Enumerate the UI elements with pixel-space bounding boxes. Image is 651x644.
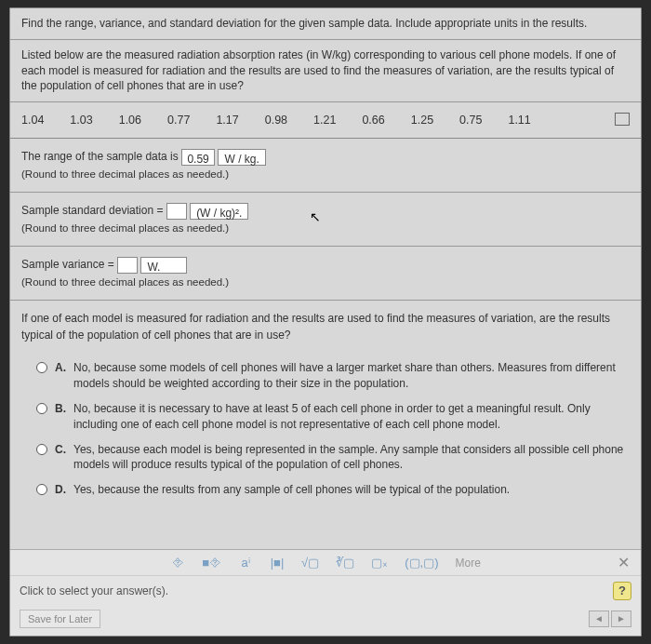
option-b[interactable]: B. No, because it is necessary to have a… xyxy=(36,401,630,433)
data-value: 1.25 xyxy=(411,114,433,127)
data-value: 0.75 xyxy=(459,114,482,127)
toolbar-more[interactable]: More xyxy=(455,557,480,570)
data-value: 1.04 xyxy=(21,114,44,127)
toolbar-close-icon[interactable]: ✕ xyxy=(618,554,630,571)
tool-mixed[interactable]: ■⯑ xyxy=(202,556,221,570)
range-prefix: The range of the sample data is xyxy=(21,150,179,163)
tool-abs[interactable]: |■| xyxy=(270,556,285,570)
range-section: The range of the sample data is 0.59 W /… xyxy=(10,139,641,193)
variance-hint: (Round to three decimal places as needed… xyxy=(21,276,229,288)
tool-nroot[interactable]: ∛▢ xyxy=(336,556,354,570)
math-toolbar: ⯑ ■⯑ aⁱ |■| √▢ ∛▢ ▢ₓ (▢,▢) More ✕ xyxy=(10,550,641,576)
option-label: C. xyxy=(55,442,66,458)
stddev-prefix: Sample standard deviation = xyxy=(21,204,163,217)
mc-options: A. No, because some models of cell phone… xyxy=(10,353,641,515)
data-value: 0.66 xyxy=(362,114,384,127)
tool-exponent[interactable]: aⁱ xyxy=(238,556,253,570)
question-title: Find the range, variance, and standard d… xyxy=(10,8,641,40)
data-value: 0.77 xyxy=(167,114,190,127)
radio-icon[interactable] xyxy=(36,444,47,455)
mc-prompt: If one of each model is measured for rad… xyxy=(10,301,641,353)
help-button[interactable]: ? xyxy=(613,582,631,600)
variance-prefix: Sample variance = xyxy=(21,258,114,271)
stddev-hint: (Round to three decimal places as needed… xyxy=(21,222,229,234)
stddev-section: Sample standard deviation = (W / kg)². (… xyxy=(10,193,641,247)
variance-input[interactable] xyxy=(117,257,138,274)
save-for-later-button[interactable]: Save for Later xyxy=(20,610,100,628)
range-hint: (Round to three decimal places as needed… xyxy=(21,168,229,180)
tool-sqrt[interactable]: √▢ xyxy=(301,556,319,570)
option-text: Yes, because each model is being represe… xyxy=(73,442,630,474)
tool-orderedpair[interactable]: (▢,▢) xyxy=(405,556,438,570)
tool-fraction[interactable]: ⯑ xyxy=(170,556,185,570)
stddev-input[interactable] xyxy=(166,203,187,220)
option-label: D. xyxy=(55,482,66,498)
radio-icon[interactable] xyxy=(36,362,47,373)
option-text: No, because it is necessary to have at l… xyxy=(73,401,630,433)
data-value: 1.21 xyxy=(313,114,336,127)
radio-icon[interactable] xyxy=(36,403,47,414)
stddev-unit-select[interactable]: (W / kg)². xyxy=(190,203,248,220)
option-c[interactable]: C. Yes, because each model is being repr… xyxy=(36,442,630,474)
data-value: 0.98 xyxy=(265,114,287,127)
footer-row: Click to select your answer(s). ? xyxy=(10,576,641,606)
data-value: 1.11 xyxy=(508,114,530,127)
option-label: B. xyxy=(55,401,66,417)
save-row: Save for Later ◄ ► xyxy=(10,606,641,636)
question-context: Listed below are the measured radiation … xyxy=(10,40,641,102)
data-value: 1.17 xyxy=(216,114,238,127)
option-d[interactable]: D. Yes, because the results from any sam… xyxy=(36,482,630,498)
variance-unit-select[interactable]: W. xyxy=(140,257,187,274)
radio-icon[interactable] xyxy=(36,484,47,495)
click-hint: Click to select your answer(s). xyxy=(20,584,168,597)
option-label: A. xyxy=(55,360,66,376)
bottom-bar: ⯑ ■⯑ aⁱ |■| √▢ ∛▢ ▢ₓ (▢,▢) More ✕ Click … xyxy=(10,549,641,636)
nav-buttons: ◄ ► xyxy=(589,610,631,627)
option-a[interactable]: A. No, because some models of cell phone… xyxy=(36,360,630,392)
question-panel: Find the range, variance, and standard d… xyxy=(9,7,642,637)
nav-prev-button[interactable]: ◄ xyxy=(589,610,609,627)
option-text: Yes, because the results from any sample… xyxy=(73,482,510,498)
copy-data-icon[interactable] xyxy=(617,114,630,126)
range-input[interactable]: 0.59 xyxy=(181,149,215,166)
range-unit-select[interactable]: W / kg. xyxy=(218,149,265,166)
tool-subscript[interactable]: ▢ₓ xyxy=(371,556,388,570)
data-values-row: 1.04 1.03 1.06 0.77 1.17 0.98 1.21 0.66 … xyxy=(10,102,641,139)
data-value: 1.06 xyxy=(119,114,141,127)
nav-next-button[interactable]: ► xyxy=(611,610,631,627)
variance-section: Sample variance = W. (Round to three dec… xyxy=(10,247,641,301)
data-value: 1.03 xyxy=(70,114,92,127)
option-text: No, because some models of cell phones w… xyxy=(73,360,630,392)
